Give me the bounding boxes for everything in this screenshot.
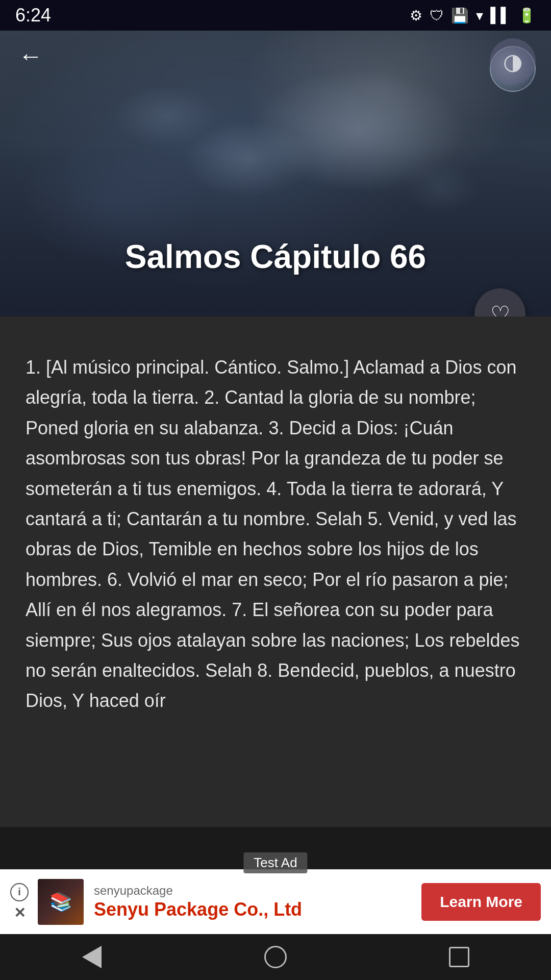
back-triangle-icon (82, 946, 102, 968)
content-area: 1. [Al músico principal. Cántico. Salmo.… (0, 316, 551, 827)
recents-square-icon (449, 947, 469, 967)
theme-toggle-button[interactable]: ◑ (490, 38, 536, 84)
theme-icon: ◑ (503, 48, 522, 75)
ad-info-icon[interactable]: i (10, 883, 29, 901)
chapter-title: Salmos Cápitulo 66 (0, 238, 551, 276)
bible-text: 1. [Al músico principal. Cántico. Salmo.… (26, 352, 525, 716)
home-circle-icon (264, 946, 287, 968)
ad-company-name: Senyu Package Co., Ltd (94, 899, 416, 920)
ad-company-small: senyupackage (94, 884, 416, 898)
sd-card-icon: 💾 (451, 7, 469, 24)
ad-test-label: Test Ad (243, 852, 307, 873)
back-button[interactable]: ← (15, 41, 46, 71)
ad-close-button[interactable]: ✕ (14, 904, 26, 921)
navigation-bar (0, 934, 551, 980)
wifi-icon: ▾ (476, 7, 483, 24)
learn-more-button[interactable]: Learn More (421, 883, 541, 921)
signal-icon: ▌▌ (490, 7, 511, 23)
status-bar: 6:24 ⚙ 🛡 💾 ▾ ▌▌ 🔋 (0, 0, 551, 31)
ad-image (38, 879, 84, 925)
ad-text: senyupackage Senyu Package Co., Ltd (94, 884, 416, 920)
battery-icon: 🔋 (518, 7, 536, 24)
nav-recents-button[interactable] (439, 942, 480, 972)
hero-section: ← ◑ Salmos Cápitulo 66 ♡ (0, 31, 551, 316)
settings-icon: ⚙ (410, 7, 422, 24)
shield-icon: 🛡 (430, 7, 444, 24)
back-arrow-icon: ← (18, 44, 43, 68)
nav-home-button[interactable] (255, 942, 296, 972)
nav-back-button[interactable] (71, 942, 112, 972)
ad-info-section: i ✕ (10, 883, 29, 921)
status-icons: ⚙ 🛡 💾 ▾ ▌▌ 🔋 (410, 7, 536, 24)
status-time: 6:24 (15, 5, 51, 26)
ad-banner: Test Ad i ✕ senyupackage Senyu Package C… (0, 869, 551, 934)
heart-icon: ♡ (490, 301, 510, 317)
